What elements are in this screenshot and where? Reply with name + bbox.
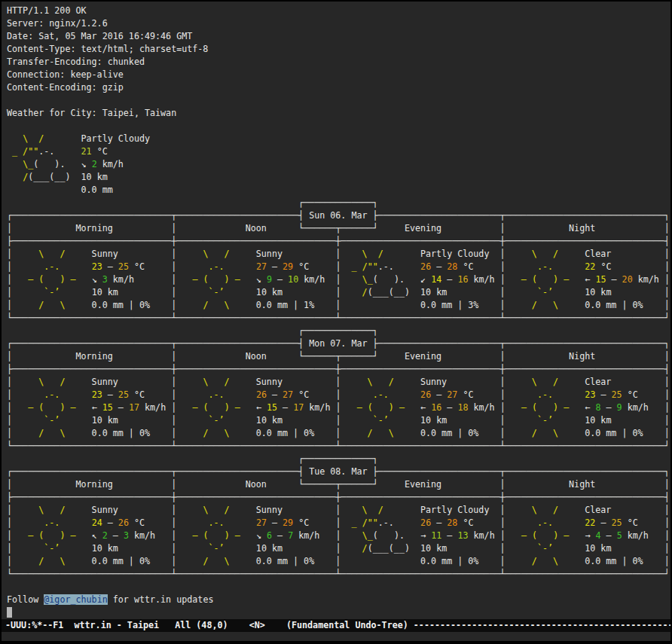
text-segment: │ xyxy=(500,223,506,233)
text-segment: ───────────── xyxy=(304,197,372,208)
text-segment xyxy=(495,274,500,285)
text-segment: ┌ xyxy=(7,210,12,221)
text-segment xyxy=(325,274,335,285)
http-headers-line xyxy=(7,94,670,107)
text-segment xyxy=(240,274,256,285)
current-conditions-line: /(___(__) 10 km xyxy=(7,171,670,184)
text-segment: Sunny xyxy=(256,249,283,259)
text-segment: │ xyxy=(664,530,670,541)
text-segment: 27 xyxy=(283,389,293,400)
text-segment: 25 xyxy=(612,517,622,528)
text-segment: ────────────────────────────── xyxy=(176,313,335,323)
text-segment xyxy=(12,223,75,233)
text-segment: / \ xyxy=(38,556,65,566)
forecast-mon-07-mar-line: │ `-’ 10 km │ `-’ 10 km │ `-’ 10 km │ `-… xyxy=(7,414,670,427)
text-segment xyxy=(65,505,91,515)
text-segment: °C xyxy=(457,517,473,528)
text-segment: / \ xyxy=(203,428,229,438)
text-segment: / xyxy=(362,287,368,298)
modeline-text: -UUU:%*--F1 wttr.in - Taipei All (48,0) … xyxy=(5,620,414,630)
text-segment: / \ xyxy=(532,556,558,566)
text-segment: Mon 07. Mar xyxy=(309,338,367,349)
text-segment xyxy=(447,377,499,387)
text-segment: ↘ xyxy=(81,159,92,169)
text-segment: │ xyxy=(500,517,506,528)
text-segment: Date: Sat, 05 Mar 2016 16:49:46 GMT xyxy=(7,31,192,41)
text-segment: 29 xyxy=(283,517,293,528)
forecast-sun-06-mar-line: ├──────────────────────────────┼────────… xyxy=(7,235,670,248)
text-segment: ┐ xyxy=(373,325,378,336)
text-segment: km/h xyxy=(468,402,494,413)
text-segment: .-. xyxy=(537,389,553,400)
text-segment xyxy=(230,249,256,259)
text-segment xyxy=(506,261,537,272)
text-segment: 5 xyxy=(617,530,622,541)
text-segment xyxy=(474,517,500,528)
text-segment: │ xyxy=(7,377,12,387)
text-segment xyxy=(76,530,92,541)
forecast-sun-06-mar-line: │ \ / Sunny │ \ / Sunny │ \ / Partly Clo… xyxy=(7,248,670,261)
text-segment: Weather for City: Taipei, Taiwan xyxy=(7,108,176,118)
text-segment: │ xyxy=(335,274,341,285)
text-segment xyxy=(558,249,585,259)
text-segment: ────────────────────────────── xyxy=(12,569,171,579)
text-segment xyxy=(638,389,664,400)
text-segment: ┴ xyxy=(499,569,505,579)
text-segment: km/h xyxy=(633,274,659,285)
text-segment: 20 xyxy=(622,274,633,285)
text-segment xyxy=(314,556,335,566)
text-segment: ├ xyxy=(368,466,378,477)
text-segment: │ xyxy=(500,428,506,438)
text-segment: Partly Cloudy xyxy=(81,133,150,144)
text-segment xyxy=(611,287,664,298)
text-segment: Content-Type: text/html; charset=utf-8 xyxy=(7,44,208,54)
forecast-mon-07-mar-line: │ ― ( ) ― ← 15 – 17 km/h │ ― ( ) ― ← 15 … xyxy=(7,401,670,414)
text-segment xyxy=(474,261,500,272)
text-segment: │ xyxy=(500,274,506,285)
twitter-handle-link[interactable]: @igor_chubin xyxy=(44,594,107,605)
text-segment: → xyxy=(420,530,431,541)
http-headers-line: Content-Type: text/html; charset=utf-8 xyxy=(7,43,670,56)
text-segment: – xyxy=(272,274,288,285)
text-segment: 0.0 mm | 0% xyxy=(92,428,150,438)
text-segment: Morning xyxy=(76,351,113,362)
text-segment: ← xyxy=(585,402,595,413)
emacs-modeline-text: -UUU:%*--F1 wttr.in - Taipei All (48,0) … xyxy=(5,619,670,632)
text-segment: 29 xyxy=(283,261,293,272)
forecast-mon-07-mar-line: ┌─────────────┐ xyxy=(7,325,670,337)
text-segment xyxy=(145,389,171,400)
text-segment: – xyxy=(431,517,447,528)
text-segment: 10 km xyxy=(92,287,118,298)
text-segment: °C xyxy=(129,517,145,528)
text-segment: °C xyxy=(129,261,145,272)
text-segment xyxy=(659,274,664,285)
text-segment xyxy=(595,479,664,490)
text-segment: │ xyxy=(664,505,670,515)
text-segment: Tue 08. Mar xyxy=(309,466,367,477)
text-segment: Noon xyxy=(246,479,267,490)
text-segment: Evening xyxy=(405,351,441,362)
text-segment xyxy=(113,351,171,362)
text-segment xyxy=(441,223,499,233)
text-segment: 23 xyxy=(92,261,102,272)
text-segment: ───────────── xyxy=(304,325,372,336)
forecast-tue-08-mar-line: │ ― ( ) ― ↖ 2 – 3 km/h │ ― ( ) ― ↘ 6 – 7… xyxy=(7,530,670,542)
text-segment xyxy=(378,223,405,233)
text-segment: ────────────────────────────── xyxy=(506,236,664,246)
emacs-minibuffer[interactable] xyxy=(7,632,670,641)
text-segment xyxy=(65,249,91,259)
text-segment: km/h xyxy=(622,402,649,413)
forecast-sun-06-mar-line: └──────────────────────────────┴────────… xyxy=(7,312,670,325)
text-segment: Night xyxy=(569,479,595,490)
text-segment xyxy=(478,556,499,566)
text-segment xyxy=(489,249,499,259)
text-segment xyxy=(230,377,256,387)
text-segment: ┬ xyxy=(499,210,505,221)
text-segment: Sun 06. Mar xyxy=(309,210,367,221)
text-segment xyxy=(12,556,38,566)
text-segment xyxy=(410,543,420,554)
footer-line xyxy=(7,606,670,619)
text-segment: ────────────────────────────── xyxy=(341,441,499,451)
text-segment: 3 xyxy=(102,274,108,285)
text-segment: km/h xyxy=(469,530,495,541)
